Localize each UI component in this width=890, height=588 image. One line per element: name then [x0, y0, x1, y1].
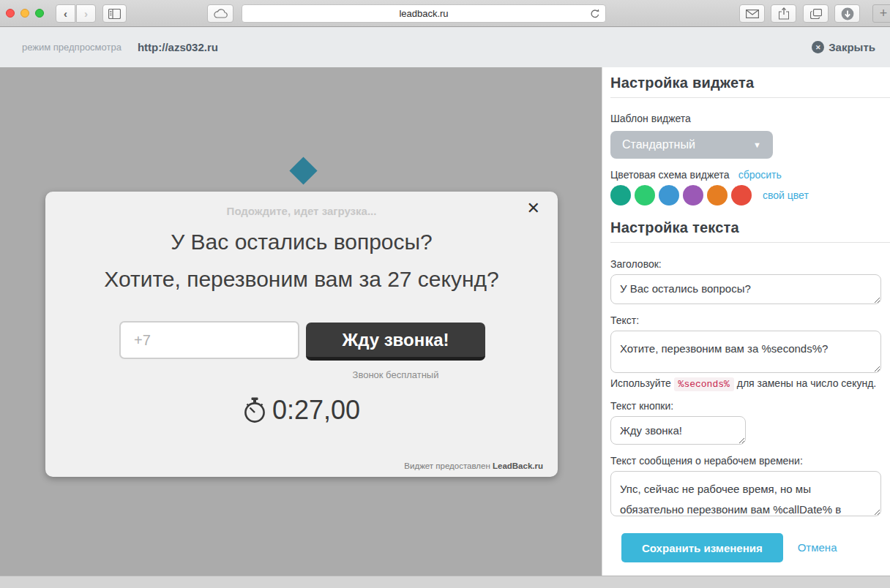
- cancel-link[interactable]: Отмена: [798, 541, 837, 554]
- icloud-tabs-button[interactable]: [207, 4, 233, 23]
- stopwatch-icon: [243, 397, 266, 424]
- share-icon: [779, 7, 789, 20]
- phone-input[interactable]: [119, 321, 299, 359]
- downloads-button[interactable]: [834, 4, 860, 23]
- sidebar-icon: [108, 9, 121, 19]
- template-dropdown[interactable]: Стандартный ▼: [610, 131, 773, 159]
- forward-button[interactable]: ›: [76, 4, 96, 23]
- back-button[interactable]: ‹: [56, 4, 75, 23]
- close-preview-label: Закрыть: [829, 41, 875, 53]
- close-preview-button[interactable]: ✕ Закрыть: [812, 41, 875, 53]
- reset-colors-link[interactable]: сбросить: [738, 169, 782, 181]
- mail-button[interactable]: [739, 4, 765, 23]
- color-swatch[interactable]: [731, 185, 752, 206]
- forward-icon: ›: [84, 8, 88, 19]
- widget-branding: Виджет предоставлен LeadBack.ru: [404, 461, 543, 470]
- plus-icon: +: [880, 6, 888, 21]
- color-scheme-label: Цветовая схема виджета: [610, 169, 730, 181]
- offtime-field-label: Текст сообщения о нерабочем времени:: [610, 455, 882, 467]
- widget-settings-panel: Настройка виджета Шаблон виджета Стандар…: [602, 67, 890, 576]
- countdown-timer: 0:27,00: [45, 395, 558, 426]
- widget-loading-text: Подождите, идет загрузка...: [45, 205, 558, 217]
- widget-title: У Вас остались вопросы?: [45, 230, 558, 255]
- widget-subtitle: Хотите, перезвоним вам за 27 секунд?: [45, 267, 558, 292]
- download-icon: [841, 7, 854, 20]
- preview-site-url: http://azs032.ru: [138, 41, 218, 53]
- branding-brand[interactable]: LeadBack.ru: [493, 461, 543, 470]
- branding-prefix: Виджет предоставлен: [404, 461, 493, 470]
- hint-suffix: для замены на число секунд.: [734, 377, 876, 389]
- color-swatch[interactable]: [683, 185, 703, 206]
- template-selected-value: Стандартный: [622, 138, 753, 151]
- tabs-icon: [810, 9, 822, 19]
- header-field-label: Заголовок:: [610, 258, 882, 270]
- minimize-window-button[interactable]: [20, 9, 29, 18]
- color-swatch[interactable]: [659, 185, 679, 206]
- site-preview-area: Подождите, идет загрузка... ✕ У Вас оста…: [0, 67, 602, 576]
- new-tab-button[interactable]: +: [872, 4, 890, 23]
- custom-color-link[interactable]: свой цвет: [763, 189, 809, 201]
- seconds-token-chip: %seconds%: [674, 377, 734, 391]
- refresh-button[interactable]: [589, 8, 601, 20]
- browser-toolbar: ‹ › leadback.ru: [0, 0, 890, 27]
- header-field-input[interactable]: У Вас остались вопросы?: [610, 274, 881, 304]
- close-window-button[interactable]: [6, 9, 15, 18]
- free-call-note: Звонок бесплатный: [306, 369, 485, 380]
- section-divider: [610, 242, 890, 243]
- text-field-input[interactable]: Хотите, перезвоним вам за %seconds%?: [610, 331, 881, 373]
- address-text: leadback.ru: [399, 8, 448, 19]
- widget-close-icon[interactable]: ✕: [527, 199, 540, 218]
- wait-call-button[interactable]: Жду звонка!: [306, 323, 485, 361]
- color-swatch[interactable]: [707, 185, 728, 206]
- save-changes-button[interactable]: Сохранить изменения: [621, 533, 783, 562]
- chevron-down-icon: ▼: [753, 140, 761, 149]
- callback-widget-modal: Подождите, идет загрузка... ✕ У Вас оста…: [45, 192, 558, 477]
- template-label: Шаблон виджета: [610, 113, 882, 124]
- refresh-icon: [589, 8, 601, 20]
- widget-diamond: [289, 157, 317, 184]
- cloud-icon: [214, 9, 228, 18]
- button-field-label: Текст кнопки:: [610, 400, 882, 412]
- preview-mode-label: режим предпросмотра: [22, 42, 121, 53]
- close-circle-icon: ✕: [812, 41, 824, 53]
- section-divider: [610, 97, 890, 98]
- settings-scroll-area[interactable]: Настройка виджета Шаблон виджета Стандар…: [602, 67, 890, 521]
- window-bottom-edge: [0, 576, 890, 588]
- timer-value: 0:27,00: [272, 395, 360, 426]
- show-all-tabs-button[interactable]: [803, 4, 829, 23]
- text-settings-title: Настройка текста: [610, 219, 882, 236]
- main-area: Подождите, идет загрузка... ✕ У Вас оста…: [0, 67, 890, 576]
- settings-footer: Сохранить изменения Отмена: [602, 521, 890, 576]
- hint-prefix: Используйте: [610, 377, 674, 389]
- seconds-hint: Используйте %seconds% для замены на числ…: [610, 377, 882, 390]
- zoom-window-button[interactable]: [35, 9, 44, 18]
- window-controls: [6, 9, 44, 18]
- share-button[interactable]: [771, 4, 796, 23]
- text-field-label: Текст:: [610, 314, 882, 326]
- preview-mode-bar: режим предпросмотра http://azs032.ru ✕ З…: [0, 27, 890, 67]
- color-swatch[interactable]: [610, 185, 631, 206]
- button-field-input[interactable]: Жду звонка!: [610, 416, 746, 445]
- address-bar[interactable]: leadback.ru: [242, 4, 606, 23]
- offtime-field-input[interactable]: Упс, сейчас не рабочее время, но мы обяз…: [610, 471, 881, 516]
- color-swatches: свой цвет: [610, 185, 882, 206]
- widget-settings-title: Настройка виджета: [610, 75, 882, 91]
- envelope-icon: [746, 10, 759, 18]
- sidebar-toggle-button[interactable]: [102, 4, 127, 23]
- color-swatch[interactable]: [635, 185, 655, 206]
- back-icon: ‹: [64, 8, 67, 19]
